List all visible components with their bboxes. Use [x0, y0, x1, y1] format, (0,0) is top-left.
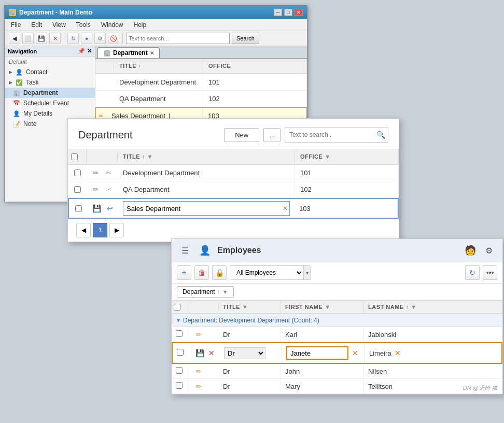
emp-row-1-checkbox[interactable] — [177, 349, 184, 356]
emp-row-3-edit-icon[interactable]: ✏ — [193, 381, 204, 391]
employees-filter-select[interactable]: All Employees Active Employees Inactive … — [230, 267, 303, 278]
sort-chip-department[interactable]: Department ↑ ▼ — [177, 286, 234, 298]
tb-settings-btn[interactable]: ⚙ — [94, 33, 106, 44]
emp-lname-sort-icon[interactable]: ↑ — [406, 304, 409, 310]
nav-close-icon[interactable]: ✕ — [87, 48, 92, 54]
emp-more-btn[interactable]: ••• — [483, 265, 497, 280]
group-expand-icon[interactable]: ▾ — [177, 317, 180, 324]
close-button[interactable]: ✕ — [295, 9, 303, 16]
dept-row-1-title: QA Department — [118, 181, 295, 198]
tb-fwd-btn[interactable]: ⬜ — [22, 33, 34, 44]
minimize-button[interactable]: ─ — [274, 9, 282, 16]
emp-row-1-lname-clear-icon[interactable]: ✕ — [395, 349, 401, 357]
menu-window[interactable]: Window — [99, 20, 125, 30]
emp-title-filter-icon[interactable]: ▼ — [242, 304, 248, 310]
tb-refresh-btn[interactable]: ↻ — [67, 33, 79, 44]
emp-row-1-check[interactable] — [173, 346, 191, 360]
toolbar-separator-1 — [64, 33, 64, 44]
dept-title-filter-icon[interactable]: ▼ — [147, 153, 153, 160]
emp-row-0-icons: ✏ — [190, 328, 219, 341]
dept-row-0-link-icon[interactable]: ✂ — [104, 168, 114, 178]
new-button[interactable]: New — [224, 128, 259, 142]
dept-row-2-checkbox[interactable] — [75, 205, 82, 212]
emp-add-btn[interactable]: + — [177, 265, 191, 280]
dept-row-2-title-clear-icon[interactable]: ✕ — [283, 205, 288, 212]
maximize-button[interactable]: □ — [284, 9, 292, 16]
tb-close-btn[interactable]: 🚫 — [108, 33, 119, 44]
dept-row-2-title-input[interactable] — [123, 201, 290, 216]
nav-title: Navigation — [8, 48, 37, 54]
dept-row-2-title-cell: ✕ — [119, 199, 294, 218]
bg-title-sort-icon[interactable]: ↑ — [138, 63, 142, 69]
dept-row-1-link-icon[interactable]: ✂ — [104, 185, 114, 195]
prev-page-btn[interactable]: ◀ — [76, 223, 91, 237]
expand-icon-task: ▶ — [9, 80, 12, 85]
sort-chip-label: Department — [183, 288, 215, 295]
emp-row-1-title-select[interactable]: Dr — [224, 347, 265, 359]
emp-row-1-fname-input[interactable] — [286, 346, 348, 360]
emp-fname-filter-icon[interactable]: ▼ — [325, 304, 330, 310]
page-1-btn[interactable]: 1 — [93, 223, 107, 237]
emp-lname-filter-icon[interactable]: ▼ — [411, 304, 416, 310]
employees-settings-btn[interactable]: ⚙ — [482, 243, 496, 258]
emp-row-2-checkbox[interactable] — [176, 367, 183, 374]
employees-menu-btn[interactable]: ☰ — [178, 243, 192, 258]
sidebar-item-scheduler[interactable]: 📅 Scheduler Event — [5, 98, 95, 108]
main-search-button[interactable]: Search — [232, 33, 259, 44]
dept-row-2-check[interactable] — [69, 205, 88, 212]
emp-refresh-btn[interactable]: ↻ — [465, 265, 480, 280]
employees-profile-btn[interactable]: 🧑 — [463, 243, 478, 258]
emp-row-0-check[interactable] — [172, 327, 190, 342]
task-icon: ✅ — [16, 79, 23, 86]
tab-close-icon[interactable]: ✕ — [150, 50, 154, 56]
dept-office-filter-icon[interactable]: ▼ — [325, 153, 330, 160]
menu-file[interactable]: File — [9, 20, 23, 30]
dept-row-1-checkbox[interactable] — [74, 186, 81, 193]
dept-row-1-check[interactable] — [68, 186, 87, 193]
tb-save-btn[interactable]: 💾 — [36, 33, 47, 44]
dept-title-sort-icon[interactable]: ↑ — [142, 154, 145, 160]
emp-row-1-cancel-icon[interactable]: ✕ — [206, 348, 217, 358]
dept-select-all[interactable] — [71, 153, 78, 160]
menu-tools[interactable]: Tools — [74, 20, 93, 30]
dept-row-2-revert-icon[interactable]: ↩ — [105, 203, 115, 214]
next-page-btn[interactable]: ▶ — [109, 223, 124, 237]
menu-view[interactable]: View — [50, 20, 68, 30]
emp-row-3-check[interactable] — [172, 379, 190, 393]
dept-row-0-check[interactable] — [68, 170, 87, 176]
emp-row-2-check[interactable] — [172, 364, 190, 378]
department-search-input[interactable] — [285, 127, 388, 143]
emp-row-1-save-icon[interactable]: 💾 — [194, 348, 205, 358]
dept-row-1-edit-icon[interactable]: ✏ — [91, 185, 101, 195]
emp-delete-btn[interactable]: 🗑 — [194, 265, 209, 280]
menu-help[interactable]: Help — [132, 20, 149, 30]
tb-new-btn[interactable]: ● — [81, 33, 92, 44]
emp-lock-btn[interactable]: 🔒 — [212, 265, 227, 280]
sidebar-item-department[interactable]: 🏢 Department — [5, 88, 95, 98]
emp-row-1-lname: Limeira — [369, 349, 391, 357]
emp-row-3-checkbox[interactable] — [176, 382, 183, 389]
tab-department[interactable]: 🏢 Department ✕ — [97, 47, 160, 58]
sidebar-item-contact[interactable]: ▶ 👤 Contact — [5, 67, 95, 77]
sidebar-item-mydetails[interactable]: 👤 My Details — [5, 108, 95, 119]
main-search-input[interactable] — [126, 33, 230, 44]
dept-row-0-edit-icon[interactable]: ✏ — [91, 168, 101, 178]
employees-user-icon: 👤 — [198, 243, 212, 258]
dept-row-0-checkbox[interactable] — [74, 170, 81, 176]
emp-row-1-fname-clear-icon[interactable]: ✕ — [352, 349, 358, 357]
tb-back-btn[interactable]: ◀ — [9, 33, 20, 44]
emp-col-icons-header — [190, 304, 219, 310]
employees-filter-dropdown[interactable]: All Employees Active Employees Inactive … — [230, 265, 311, 280]
dept-row-2-save-icon[interactable]: 💾 — [92, 203, 102, 214]
nav-pin-icon[interactable]: 📌 — [78, 48, 85, 54]
emp-select-all[interactable] — [174, 304, 180, 311]
sidebar-item-task[interactable]: ▶ ✅ Task — [5, 77, 95, 88]
more-button[interactable]: ... — [263, 128, 281, 142]
menu-edit[interactable]: Edit — [29, 20, 44, 30]
watermark: DN @汤姆 猫 — [463, 384, 497, 392]
sort-chip-filter-icon[interactable]: ▼ — [222, 289, 228, 295]
emp-row-0-checkbox[interactable] — [176, 330, 183, 337]
emp-row-2-edit-icon[interactable]: ✏ — [193, 366, 204, 376]
tb-delete-btn[interactable]: ✕ — [49, 33, 61, 44]
emp-row-0-edit-icon[interactable]: ✏ — [193, 329, 204, 340]
